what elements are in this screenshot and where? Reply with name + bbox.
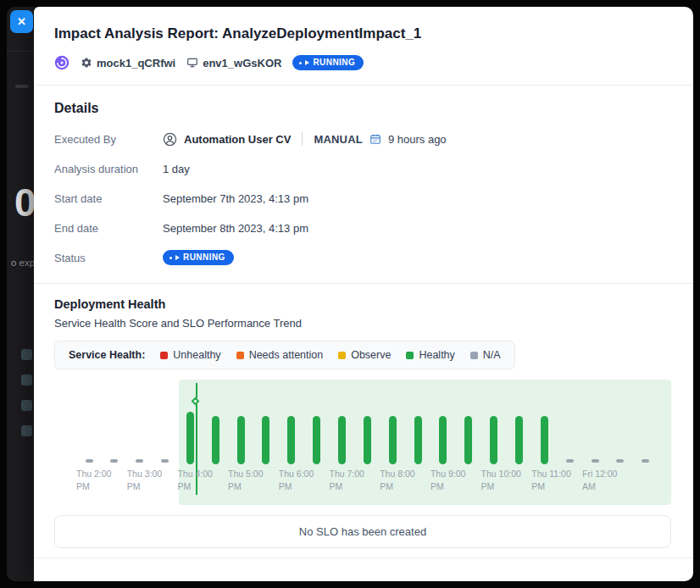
status-badge-label: RUNNING [313, 58, 355, 67]
backdrop-partial-text: o exp [11, 258, 35, 268]
legend-item: Observe [338, 349, 391, 361]
health-bar[interactable] [237, 416, 245, 464]
health-bar[interactable] [364, 416, 371, 464]
details-heading: Details [54, 101, 671, 116]
vertical-separator [302, 132, 303, 146]
health-bar[interactable] [287, 416, 295, 464]
x-axis-label: Thu 11:00PM [531, 468, 571, 492]
deployment-health-section: Deployment Health Service Health Score a… [34, 284, 693, 548]
user-icon [163, 132, 177, 147]
x-axis-label: Thu 9:00PM [431, 468, 465, 492]
status-badge-label: RUNNING [183, 253, 225, 262]
detail-value: Automation User CV MANUAL 9 hours ago [163, 132, 447, 147]
x-axis-label: Thu 4:00PM [177, 468, 212, 492]
legend-label: Needs attention [249, 349, 324, 361]
modal-header: Impact Analysis Report: AnalyzeDeploymen… [34, 7, 693, 85]
backdrop-row-icon [21, 349, 32, 360]
x-axis-label: Fri 12:00AM [582, 468, 617, 492]
legend-swatch-icon [236, 352, 244, 359]
health-bar[interactable] [490, 416, 497, 464]
legend-label: Healthy [419, 349, 454, 361]
close-button[interactable]: ✕ [10, 10, 33, 33]
health-bar[interactable] [464, 416, 472, 464]
detail-label: Start date [54, 192, 163, 205]
detail-label: Status [54, 252, 163, 264]
detail-value: September 8th 2023, 4:13 pm [163, 222, 308, 235]
impact-analysis-modal: Impact Analysis Report: AnalyzeDeploymen… [34, 7, 693, 581]
backdrop-divider [7, 51, 34, 52]
app-icon [54, 55, 69, 70]
health-bar[interactable] [313, 416, 320, 464]
legend-item: Unhealthy [160, 349, 220, 361]
backdrop-row-icon [21, 400, 32, 411]
running-dot-icon [299, 62, 302, 64]
environment-link[interactable]: env1_wGsKOR [186, 57, 281, 69]
mock-service-label: mock1_qCRfwi [97, 57, 175, 69]
calendar-icon [369, 133, 381, 145]
na-tick[interactable] [86, 459, 93, 463]
legend-title: Service Health: [69, 349, 145, 361]
slo-empty-state: No SLO has been created [54, 515, 671, 548]
gear-icon [81, 57, 92, 69]
legend-items: UnhealthyNeeds attentionObserveHealthyN/… [160, 349, 500, 361]
na-tick[interactable] [642, 459, 649, 463]
x-axis-label: Thu 2:00PM [76, 468, 111, 492]
monitor-icon [186, 57, 198, 69]
health-bar[interactable] [338, 416, 346, 464]
executed-by-user: Automation User CV [184, 133, 291, 146]
backdrop-dash [15, 85, 29, 88]
environment-label: env1_wGsKOR [203, 57, 281, 69]
trigger-type: MANUAL [314, 133, 363, 146]
running-arrow-icon [175, 255, 180, 260]
health-bar[interactable] [389, 416, 397, 464]
detail-row-executed-by: Executed By Automation User CV MANUAL 9 … [54, 130, 671, 148]
na-tick[interactable] [566, 459, 574, 463]
legend-item: Needs attention [236, 349, 324, 361]
legend-swatch-icon [160, 352, 168, 359]
backdrop-count: 0 [14, 180, 36, 225]
health-bar[interactable] [212, 416, 219, 464]
na-tick[interactable] [616, 459, 624, 463]
backdrop-page: 0 o exp [7, 7, 34, 581]
close-icon: ✕ [17, 15, 26, 28]
x-axis-label: Thu 10:00PM [481, 468, 521, 492]
backdrop-row-icon [21, 374, 32, 386]
na-tick[interactable] [592, 459, 599, 463]
service-health-legend: Service Health: UnhealthyNeeds attention… [54, 341, 515, 369]
detail-value: September 7th 2023, 4:13 pm [163, 192, 308, 205]
running-arrow-icon [305, 60, 309, 65]
mock-service-link[interactable]: mock1_qCRfwi [81, 57, 175, 69]
x-axis-label: Thu 6:00PM [279, 468, 314, 492]
legend-label: N/A [483, 349, 501, 361]
detail-row-start-date: Start date September 7th 2023, 4:13 pm [54, 189, 671, 208]
page-title: Impact Analysis Report: AnalyzeDeploymen… [54, 25, 671, 42]
running-dot-icon [169, 257, 172, 259]
detail-row-duration: Analysis duration 1 day [54, 159, 671, 178]
detail-label: Analysis duration [54, 163, 163, 175]
health-bar[interactable] [439, 416, 447, 464]
na-tick[interactable] [161, 459, 169, 463]
health-bar[interactable] [186, 412, 194, 464]
modal-footer-divider [34, 557, 693, 558]
meta-row: mock1_qCRfwi env1_wGsKOR RUNNING [54, 55, 671, 70]
legend-label: Observe [351, 349, 391, 361]
health-bar[interactable] [541, 416, 548, 464]
legend-label: Unhealthy [173, 349, 220, 361]
detail-row-end-date: End date September 8th 2023, 4:13 pm [54, 219, 671, 237]
health-bar[interactable] [262, 416, 269, 464]
backdrop-row-icon [21, 425, 32, 436]
detail-value: RUNNING [163, 250, 234, 265]
health-bar[interactable] [414, 416, 422, 464]
x-axis-label: Thu 7:00PM [330, 468, 364, 492]
x-axis-label: Thu 8:00PM [380, 468, 414, 492]
legend-item: Healthy [406, 349, 454, 361]
status-badge: RUNNING [163, 250, 234, 265]
legend-swatch-icon [338, 352, 346, 359]
detail-label: Executed By [54, 133, 163, 146]
health-bar[interactable] [515, 416, 523, 464]
screen: 0 o exp ✕ Impact Analysis Report: Analyz… [7, 7, 693, 581]
na-tick[interactable] [110, 459, 118, 463]
deployment-health-heading: Deployment Health [54, 297, 671, 311]
detail-value: 1 day [163, 163, 190, 175]
na-tick[interactable] [136, 459, 143, 463]
